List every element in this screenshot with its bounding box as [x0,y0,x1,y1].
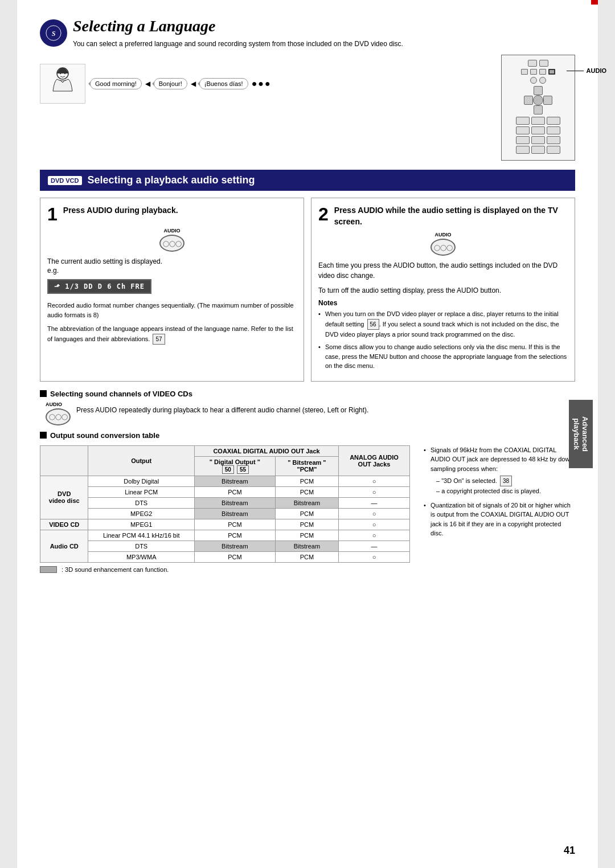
step-1-body: The current audio setting is displayed. [47,256,297,267]
r-btn-12 [547,146,560,154]
right-note-2: Quantization bit of signals of 20 bit or… [424,501,575,538]
remote-btn-audio-highlight [548,69,555,75]
bottom-section: Output COAXIAL DIGITAL AUDIO OUT Jack AN… [40,445,575,573]
th-input [40,445,88,476]
channels-title: Selecting sound channels of VIDEO CDs [40,390,575,398]
r-btn-11 [531,146,545,154]
output-table: Output COAXIAL DIGITAL AUDIO OUT Jack AN… [40,445,410,563]
svg-text:S: S [52,30,56,38]
bullet-channels [40,390,47,397]
remote-dpad-up [534,86,543,95]
note-1: When you turn on the DVD video player or… [318,309,568,339]
svg-point-4 [64,72,65,73]
right-side-notes: Signals of 96kHz from the COAXIAL DIGITA… [416,445,575,573]
td-lpcm441-d50: PCM [194,530,275,541]
r-btn-3 [547,117,560,125]
step-1-audio-label: AUDIO [164,228,181,234]
table-title-row: Output sound conversion table [40,431,575,440]
step-1-audio-icon: AUDIO ◯◯◯ [47,228,297,252]
td-mp3-d55: PCM [275,551,338,562]
bubble-2: Bonjour! [154,78,187,89]
right-note-sub-2: – a copyright protected disc is played. [436,486,575,496]
remote-mid-row1 [505,69,571,75]
step-2-box: 2 Press AUDIO while the audio setting is… [311,198,575,382]
td-mp3: MP3/WMA [88,551,195,562]
td-mpeg2-d50: Bitstream [194,508,275,519]
remote-dpad [524,86,552,114]
r-btn-9 [547,136,560,144]
remote-small-row-2 [505,126,571,134]
person-figure [40,64,85,104]
ref-50: 50 [222,465,234,474]
channels-audio-icon: AUDIO ◯◯◯ [46,402,71,425]
remote-dpad-right [543,96,552,105]
svg-point-3 [60,72,61,73]
remote-dpad-area [505,86,571,114]
td-mp3-analog: ○ [339,551,410,562]
td-mpeg2-d55: PCM [275,508,338,519]
remote-small-row-3 [505,136,571,144]
remote-btn-sm-1 [521,69,528,75]
legend-box [40,566,57,573]
step-1-eg: e.g. [47,267,297,275]
remote-area: AUDIO [473,55,575,161]
td-dts: DTS [88,497,195,508]
td-lpcm: Linear PCM [88,486,195,497]
audio-label-remote: AUDIO [567,67,606,74]
r-btn-4 [516,126,530,134]
r-btn-1 [516,117,530,125]
step-2-audio-icon: AUDIO ◯◯◯ [318,232,568,256]
speech-bubbles-container: Good morning! ◀ Bonjour! ◀ ¡Buenos días!… [90,78,272,89]
td-lpcm441-analog: ○ [339,530,410,541]
page-subtitle: You can select a preferred language and … [73,39,403,49]
remote-small-row-1 [505,117,571,125]
right-note-sub-1: – "3D On" is selected. 38 [436,476,575,486]
section-header: DVD VCD Selecting a playback audio setti… [40,170,575,191]
step-2-title: Press AUDIO while the audio setting is d… [318,205,568,227]
remote-btn-sm-2 [530,69,537,75]
remote-dpad-center [533,95,543,105]
remote-body [501,55,575,161]
td-dvd-group: DVDvideo disc [40,476,88,519]
step-2-number: 2 [318,205,329,223]
page: S Selecting a Language You can select a … [17,0,598,868]
th-coaxial: COAXIAL DIGITAL AUDIO OUT Jack [194,445,338,456]
step-1-display: ⬏ 1/3 DD D 6 Ch FRE [47,279,151,294]
step-1-abbrev: The abbreviation of the language appears… [47,324,297,345]
title-icon: S [40,19,67,47]
note-2: Some discs allow you to change audio sel… [318,342,568,371]
note-ref-56: 56 [367,319,379,330]
th-digital: " Digital Output "50 55 [194,456,275,476]
td-lpcm441-d55: PCM [275,530,338,541]
ref-55: 55 [237,465,249,474]
table-title: Output sound conversion table [50,431,159,440]
section-icon: DVD VCD [48,176,82,185]
th-output: Output [88,445,195,476]
step-1-number: 1 [47,205,58,223]
r-btn-8 [531,136,545,144]
td-lpcm-analog: ○ [339,486,410,497]
remote-circle-row [505,77,571,84]
td-dts-cd-d50: Bitstream [194,541,275,551]
td-dts-cd-analog: — [339,541,410,551]
td-lpcm441: Linear PCM 44.1 kHz/16 bit [88,530,195,541]
section-title: Selecting a playback audio setting [88,174,255,186]
speech-illustration: Good morning! ◀ Bonjour! ◀ ¡Buenos días!… [40,64,461,104]
page-number: 41 [564,845,575,857]
th-bitstream: " Bitstream ""PCM" [275,456,338,476]
step-1-header: 1 Press AUDIO during playback. [47,205,297,223]
bubble-3: ¡Buenos días! [199,78,248,89]
top-bar-decoration [591,0,598,5]
td-dolby-analog: ○ [339,476,410,486]
r-btn-6 [547,126,560,134]
table-legend: : 3D sound enhancement can function. [40,566,410,573]
step-1-oval-inner: ◯◯◯ [163,240,182,247]
bullet-table [40,432,47,439]
td-mpeg1-analog: ○ [339,519,410,530]
ref-38: 38 [500,476,512,486]
channels-audio-label: AUDIO [46,402,71,407]
td-dolby-d55: PCM [275,476,338,486]
legend-text: : 3D sound enhancement can function. [62,566,169,573]
channels-oval-button: ◯◯◯ [46,408,71,425]
step-1-note: Recorded audio format number changes seq… [47,301,297,320]
